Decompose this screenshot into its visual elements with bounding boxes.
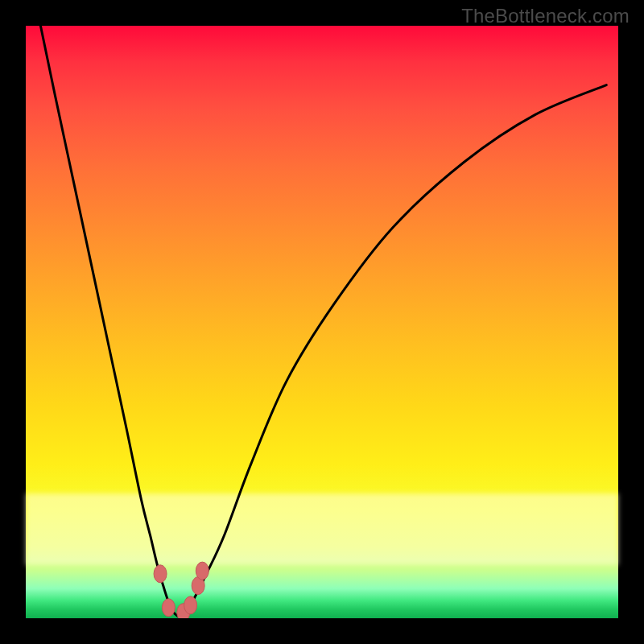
- chart-svg: [26, 26, 618, 618]
- data-marker: [196, 562, 208, 580]
- plot-area: [26, 26, 618, 618]
- data-marker: [184, 597, 197, 614]
- watermark-text: TheBottleneck.com: [461, 5, 630, 27]
- data-marker: [154, 565, 167, 583]
- curve-left-branch: [40, 26, 177, 616]
- curve-right-branch: [177, 85, 606, 616]
- data-marker: [162, 599, 175, 617]
- chart-frame: TheBottleneck.com: [0, 0, 644, 644]
